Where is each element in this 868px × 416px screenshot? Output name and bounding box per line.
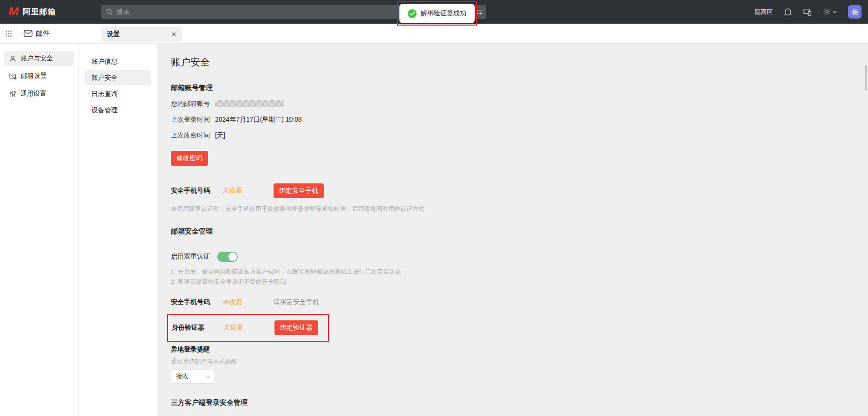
subnav-item-label: 账户安全 (91, 74, 117, 82)
sidebar-item-account-security[interactable]: 账户与安全 (4, 51, 74, 66)
row-secure-phone-2: 安全手机号码 未设置 请绑定安全手机 (171, 298, 849, 306)
sidebar-item-mail-settings[interactable]: 邮箱设置 (4, 69, 74, 84)
notifications-bell-icon[interactable] (784, 8, 792, 16)
remote-login-select[interactable]: 接收 (171, 370, 215, 384)
app-grid-icon[interactable] (5, 30, 12, 37)
tab-close-icon[interactable]: ✕ (171, 31, 176, 38)
row-authenticator: 身份验证器 未设置 绑定验证器 (172, 320, 328, 335)
email-redacted-blur (215, 100, 284, 107)
quarantine-link[interactable]: 隔离区 (755, 8, 773, 16)
row-secure-phone: 安全手机号码 未设置 绑定安全手机 (171, 183, 849, 198)
status-not-set: 未设置 (223, 298, 274, 306)
person-icon (9, 55, 16, 62)
row-last-password-change: 上次改密时间 [无] (171, 130, 849, 140)
subnav: 账户信息 账户安全 日志查询 设备管理 (79, 44, 157, 416)
chevron-down-icon (833, 11, 837, 13)
toast-message: 解绑验证器成功 (421, 9, 466, 18)
topbar-right-cluster: 隔离区 杨 (755, 0, 861, 24)
nav-mail-label: 邮件 (36, 29, 50, 38)
row-label: 上次登录时间 (171, 115, 215, 124)
subnav-item-account-security[interactable]: 账户安全 (85, 70, 151, 85)
mail-gear-icon (9, 73, 17, 80)
row-last-login: 上次登录时间 2024年7月17日(星期三) 10:08 (171, 115, 849, 124)
sliders-icon (9, 91, 16, 98)
change-password-button[interactable]: 修改密码 (171, 151, 208, 166)
bind-authenticator-button[interactable]: 绑定验证器 (274, 320, 318, 335)
select-value: 接收 (176, 372, 206, 381)
content-area: 账户与安全 邮箱设置 通用设置 账户信息 账户安全 日志查询 设备管理 (0, 44, 868, 416)
settings-menu[interactable] (823, 8, 837, 16)
subnav-item-label: 账户信息 (91, 58, 117, 66)
brand: M 阿里邮箱 (0, 6, 56, 18)
main-panel: 账户安全 邮箱账号管理 您的邮箱账号 上次登录时间 2024年7月17日(星期三… (157, 44, 868, 416)
remote-login-label: 异地登录提醒 (171, 345, 849, 354)
search-icon (106, 8, 113, 15)
two-factor-note-2: 2. 管理员设置的安全登录IP不受此开关限制 (171, 277, 849, 287)
remote-login-note: 通过系统邮件等方式提醒 (171, 358, 849, 366)
devices-icon[interactable] (803, 8, 812, 16)
row-label: 您的邮箱账号 (171, 99, 215, 108)
gear-icon (823, 8, 831, 16)
row-two-factor: 启用双重认证 (171, 252, 849, 262)
toast-success: 解绑验证器成功 (399, 4, 475, 23)
row-email-account: 您的邮箱账号 (171, 99, 849, 108)
tab-settings[interactable]: 设置 ✕ (101, 26, 182, 42)
two-factor-notes: 1. 开启后，登录网页邮箱及官方客户端时，在账号密码验证的基础上进行二次安全认证… (171, 266, 849, 287)
annotation-box-authenticator: 身份验证器 未设置 绑定验证器 (167, 314, 329, 342)
mail-envelope-icon (24, 30, 33, 37)
subnav-item-device-management[interactable]: 设备管理 (85, 103, 151, 118)
row-value: 2024年7月17日(星期三) 10:08 (215, 115, 302, 124)
section-heading-third-party: 三方客户端登录安全管理 (171, 398, 849, 407)
brand-logo-m-icon: M (8, 6, 19, 18)
row-label: 启用双重认证 (171, 253, 217, 261)
row-value: [无] (215, 130, 225, 140)
row-label: 安全手机号码 (171, 298, 223, 306)
row-label: 上次改密时间 (171, 130, 215, 140)
avatar[interactable]: 杨 (848, 5, 861, 19)
page-title: 账户安全 (171, 56, 849, 69)
section-heading-mail-account: 邮箱账号管理 (171, 84, 849, 92)
chevron-down-icon (206, 375, 210, 378)
brand-name: 阿里邮箱 (23, 6, 56, 17)
two-factor-toggle[interactable] (217, 252, 238, 262)
sidebar-item-label: 账户与安全 (20, 54, 53, 63)
status-not-set: 未设置 (223, 187, 274, 195)
two-factor-note-1: 1. 开启后，登录网页邮箱及官方客户端时，在账号密码验证的基础上进行二次安全认证 (171, 266, 849, 277)
sidebar-item-label: 通用设置 (20, 90, 46, 98)
row-label: 安全手机号码 (171, 187, 223, 195)
subnav-item-account-info[interactable]: 账户信息 (85, 54, 151, 69)
divider (18, 29, 18, 38)
success-check-icon (408, 9, 417, 18)
annotation-box-toast: 解绑验证器成功 (397, 1, 477, 26)
scrollbar-thumb[interactable] (865, 65, 867, 91)
sidebar-item-label: 邮箱设置 (21, 72, 47, 80)
sidebar: 账户与安全 邮箱设置 通用设置 (0, 44, 79, 416)
subnav-item-label: 日志查询 (91, 90, 117, 98)
row-label: 身份验证器 (172, 324, 224, 332)
sidebar-item-general-settings[interactable]: 通用设置 (4, 86, 74, 101)
tab-row: 邮件 设置 ✕ (0, 24, 868, 44)
search-placeholder: 搜索 (117, 8, 130, 16)
subnav-item-label: 设备管理 (91, 106, 117, 115)
bind-phone-hint: 请绑定安全手机 (274, 298, 319, 306)
status-not-set: 未设置 (224, 324, 274, 332)
bind-secure-phone-button[interactable]: 绑定安全手机 (274, 183, 324, 198)
secure-phone-note: 未启用双重认证时，安全手机仅用于接收异地登录提醒等通知短信；启用后将同时用作认证… (171, 205, 849, 213)
tab-settings-label: 设置 (107, 30, 171, 39)
toggle-knob (228, 253, 237, 261)
subnav-item-log-query[interactable]: 日志查询 (85, 86, 151, 102)
nav-mail[interactable]: 邮件 (24, 29, 50, 38)
section-heading-mail-security: 邮箱安全管理 (171, 227, 849, 236)
